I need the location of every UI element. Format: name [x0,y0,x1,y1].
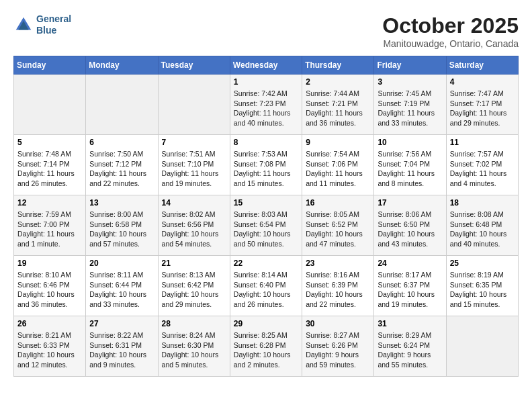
day-number: 18 [450,198,515,208]
title-block: October 2025 Manitouwadge, Ontario, Cana… [382,13,519,49]
day-number: 13 [89,198,154,208]
weekday-header: Monday [86,56,158,75]
day-info: Sunrise: 7:51 AM Sunset: 7:10 PM Dayligh… [162,149,226,189]
day-info: Sunrise: 7:50 AM Sunset: 7:12 PM Dayligh… [89,149,154,189]
calendar-cell: 24Sunrise: 8:17 AM Sunset: 6:37 PM Dayli… [374,256,446,316]
day-number: 21 [162,259,226,268]
calendar-cell: 10Sunrise: 7:56 AM Sunset: 7:04 PM Dayli… [374,135,446,195]
day-number: 2 [306,77,370,87]
calendar-cell: 5Sunrise: 7:48 AM Sunset: 7:14 PM Daylig… [14,135,86,195]
day-number: 20 [89,259,154,268]
calendar-cell: 12Sunrise: 7:59 AM Sunset: 7:00 PM Dayli… [14,195,86,256]
day-info: Sunrise: 7:56 AM Sunset: 7:04 PM Dayligh… [378,149,442,189]
logo-icon [13,15,34,35]
calendar-cell: 15Sunrise: 8:03 AM Sunset: 6:54 PM Dayli… [230,195,302,256]
day-number: 8 [234,138,298,147]
day-info: Sunrise: 7:44 AM Sunset: 7:21 PM Dayligh… [306,89,370,128]
day-number: 7 [162,138,226,147]
month-title: October 2025 [382,13,519,38]
calendar-cell: 18Sunrise: 8:08 AM Sunset: 6:48 PM Dayli… [446,195,518,256]
page-header: General Blue October 2025 Manitouwadge, … [13,13,519,49]
day-info: Sunrise: 8:29 AM Sunset: 6:24 PM Dayligh… [378,330,442,370]
day-info: Sunrise: 8:16 AM Sunset: 6:39 PM Dayligh… [306,270,370,310]
calendar-cell: 6Sunrise: 7:50 AM Sunset: 7:12 PM Daylig… [86,135,158,195]
day-info: Sunrise: 7:57 AM Sunset: 7:02 PM Dayligh… [450,149,515,189]
weekday-header: Wednesday [230,56,302,75]
day-number: 17 [378,198,442,208]
calendar-cell: 28Sunrise: 8:24 AM Sunset: 6:30 PM Dayli… [158,316,230,377]
day-number: 26 [17,319,82,328]
day-info: Sunrise: 8:08 AM Sunset: 6:48 PM Dayligh… [450,210,515,249]
day-info: Sunrise: 7:45 AM Sunset: 7:19 PM Dayligh… [378,89,442,128]
day-info: Sunrise: 7:53 AM Sunset: 7:08 PM Dayligh… [234,149,298,189]
day-info: Sunrise: 8:10 AM Sunset: 6:46 PM Dayligh… [17,270,82,310]
day-number: 14 [162,198,226,208]
day-number: 30 [306,319,370,328]
calendar-cell: 13Sunrise: 8:00 AM Sunset: 6:58 PM Dayli… [86,195,158,256]
day-info: Sunrise: 8:02 AM Sunset: 6:56 PM Dayligh… [162,210,226,249]
day-number: 22 [234,259,298,268]
weekday-header: Tuesday [158,56,230,75]
day-number: 25 [450,259,515,268]
day-info: Sunrise: 7:59 AM Sunset: 7:00 PM Dayligh… [17,210,82,249]
weekday-header: Saturday [446,56,518,75]
calendar-cell: 21Sunrise: 8:13 AM Sunset: 6:42 PM Dayli… [158,256,230,316]
day-number: 6 [89,138,154,147]
weekday-header: Thursday [302,56,374,75]
day-info: Sunrise: 8:25 AM Sunset: 6:28 PM Dayligh… [234,330,298,370]
calendar-cell: 25Sunrise: 8:19 AM Sunset: 6:35 PM Dayli… [446,256,518,316]
day-info: Sunrise: 8:17 AM Sunset: 6:37 PM Dayligh… [378,270,442,310]
day-number: 10 [378,138,442,147]
calendar-cell: 30Sunrise: 8:27 AM Sunset: 6:26 PM Dayli… [302,316,374,377]
calendar-cell [86,75,158,135]
day-number: 31 [378,319,442,328]
day-info: Sunrise: 8:13 AM Sunset: 6:42 PM Dayligh… [162,270,226,310]
day-info: Sunrise: 7:48 AM Sunset: 7:14 PM Dayligh… [17,149,82,189]
day-number: 15 [234,198,298,208]
calendar-cell: 14Sunrise: 8:02 AM Sunset: 6:56 PM Dayli… [158,195,230,256]
calendar-cell [14,75,86,135]
day-number: 16 [306,198,370,208]
calendar-table: SundayMondayTuesdayWednesdayThursdayFrid… [13,56,519,377]
day-info: Sunrise: 8:00 AM Sunset: 6:58 PM Dayligh… [89,210,154,249]
day-info: Sunrise: 8:14 AM Sunset: 6:40 PM Dayligh… [234,270,298,310]
day-number: 27 [89,319,154,328]
weekday-header: Friday [374,56,446,75]
calendar-cell: 17Sunrise: 8:06 AM Sunset: 6:50 PM Dayli… [374,195,446,256]
calendar-cell: 2Sunrise: 7:44 AM Sunset: 7:21 PM Daylig… [302,75,374,135]
day-info: Sunrise: 7:47 AM Sunset: 7:17 PM Dayligh… [450,89,515,128]
location: Manitouwadge, Ontario, Canada [382,38,519,49]
calendar-cell: 29Sunrise: 8:25 AM Sunset: 6:28 PM Dayli… [230,316,302,377]
calendar-cell: 9Sunrise: 7:54 AM Sunset: 7:06 PM Daylig… [302,135,374,195]
day-number: 4 [450,77,515,87]
weekday-header: Sunday [14,56,86,75]
calendar-cell: 26Sunrise: 8:21 AM Sunset: 6:33 PM Dayli… [14,316,86,377]
day-number: 9 [306,138,370,147]
logo-text: General Blue [36,13,71,36]
calendar-cell: 20Sunrise: 8:11 AM Sunset: 6:44 PM Dayli… [86,256,158,316]
day-info: Sunrise: 8:05 AM Sunset: 6:52 PM Dayligh… [306,210,370,249]
calendar-cell: 8Sunrise: 7:53 AM Sunset: 7:08 PM Daylig… [230,135,302,195]
calendar-cell: 27Sunrise: 8:22 AM Sunset: 6:31 PM Dayli… [86,316,158,377]
calendar-cell: 31Sunrise: 8:29 AM Sunset: 6:24 PM Dayli… [374,316,446,377]
calendar-cell: 4Sunrise: 7:47 AM Sunset: 7:17 PM Daylig… [446,75,518,135]
calendar-cell: 19Sunrise: 8:10 AM Sunset: 6:46 PM Dayli… [14,256,86,316]
calendar-cell [446,316,518,377]
calendar-cell: 1Sunrise: 7:42 AM Sunset: 7:23 PM Daylig… [230,75,302,135]
day-info: Sunrise: 8:06 AM Sunset: 6:50 PM Dayligh… [378,210,442,249]
day-number: 29 [234,319,298,328]
day-info: Sunrise: 8:19 AM Sunset: 6:35 PM Dayligh… [450,270,515,310]
day-info: Sunrise: 8:22 AM Sunset: 6:31 PM Dayligh… [89,330,154,370]
calendar-cell: 11Sunrise: 7:57 AM Sunset: 7:02 PM Dayli… [446,135,518,195]
day-number: 19 [17,259,82,268]
day-number: 5 [17,138,82,147]
day-info: Sunrise: 7:54 AM Sunset: 7:06 PM Dayligh… [306,149,370,189]
day-info: Sunrise: 8:21 AM Sunset: 6:33 PM Dayligh… [17,330,82,370]
day-number: 11 [450,138,515,147]
day-info: Sunrise: 7:42 AM Sunset: 7:23 PM Dayligh… [234,89,298,128]
calendar-cell: 7Sunrise: 7:51 AM Sunset: 7:10 PM Daylig… [158,135,230,195]
day-number: 3 [378,77,442,87]
calendar-cell: 3Sunrise: 7:45 AM Sunset: 7:19 PM Daylig… [374,75,446,135]
day-number: 1 [234,77,298,87]
day-number: 24 [378,259,442,268]
